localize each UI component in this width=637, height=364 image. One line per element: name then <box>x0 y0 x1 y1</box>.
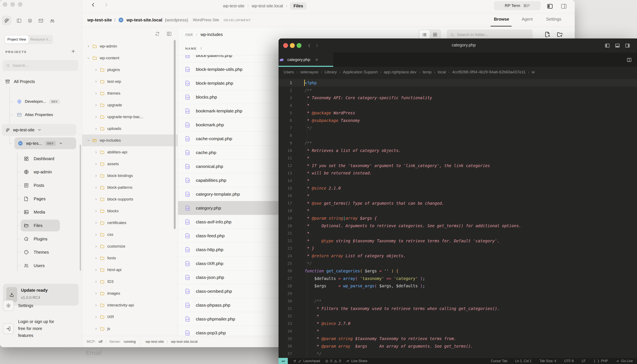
code-line-30[interactable]: 30 /** <box>278 297 637 305</box>
sidebar-scrollbar[interactable] <box>80 144 81 271</box>
sidebar-item-pages[interactable]: Pages <box>24 193 46 205</box>
code-line-15[interactable]: 15 * @since 2.1.0 <box>278 184 637 192</box>
code-line-25[interactable]: 25 */ <box>278 260 637 267</box>
breadcrumb-item-application-support[interactable]: Application Support <box>343 70 378 74</box>
tree-item-id3[interactable]: ID3 <box>82 276 178 288</box>
code-line-28[interactable]: 28 $args = wp_parse_args( $args, $defaul… <box>278 282 637 290</box>
status-item-tab-size-4[interactable]: Tab Size: 4 <box>540 359 556 363</box>
app-logo-tile[interactable] <box>2 16 11 25</box>
code-line-22[interactable]: 22 * @type string $taxonomy Taxonomy to … <box>278 237 637 245</box>
add-project-button[interactable] <box>71 49 76 55</box>
close-window-button[interactable] <box>3 2 7 7</box>
tree-item-plugins[interactable]: plugins <box>82 64 178 76</box>
code-line-1[interactable]: 1<?php <box>278 79 637 86</box>
binoculars-button[interactable] <box>50 18 55 24</box>
sidebar-item-plugins[interactable]: Plugins <box>24 233 48 245</box>
sidebar-item-wp-admin[interactable]: wp-admin <box>24 166 52 178</box>
breadcrumb-item-app-rightplace-dev[interactable]: app.rightplace.dev <box>384 70 416 74</box>
name-column-header[interactable]: NAME ↑ <box>185 46 202 51</box>
code-line-33[interactable]: 33 * @since 2.7.0 <box>278 320 637 328</box>
code-line-12[interactable]: 12 * If you set the 'taxonomy' argument … <box>278 162 637 170</box>
status-item-utf-8[interactable]: UTF-8 <box>564 359 574 363</box>
breadcrumb-item-temp[interactable]: temp <box>423 70 432 74</box>
sidebar-item-themes[interactable]: Themes <box>24 246 49 258</box>
breadcrumb-item-library[interactable]: Library <box>325 70 337 74</box>
site-project-name[interactable]: wp-test-site <box>87 18 112 22</box>
tab-category-php[interactable]: category.php <box>278 52 333 67</box>
forward-button[interactable] <box>103 2 109 8</box>
tree-item-uploads[interactable]: uploads <box>82 123 178 134</box>
panel-right-toggle[interactable] <box>560 3 567 10</box>
collapse-panel-button[interactable] <box>166 31 172 38</box>
layout-toggle-button[interactable] <box>17 18 22 24</box>
code-line-6[interactable]: 6 * @subpackage Taxonomy <box>278 117 637 124</box>
tab-browse[interactable]: Browse <box>494 17 509 22</box>
breadcrumb-item-4ccf8288-3f94-4b29-94ab-62b60a437e11[interactable]: 4ccf8288-3f94-4b29-94ab-62b60a437e11 <box>452 70 525 74</box>
sidebar-item-settings[interactable]: Settings <box>3 300 33 311</box>
back-button[interactable] <box>90 2 96 8</box>
status-breadcrumb-project[interactable]: wp-test-site <box>146 340 164 344</box>
tree-item-fonts[interactable]: fonts <box>82 252 178 264</box>
status-item-cursor-tab[interactable]: Cursor Tab <box>491 359 507 363</box>
tree-item-block-supports[interactable]: block-supports <box>82 193 178 205</box>
sidebar-item-media[interactable]: Media <box>24 206 45 218</box>
code-line-37[interactable]: 37 */ <box>278 350 637 358</box>
refresh-button[interactable] <box>155 31 160 38</box>
code-line-24[interactable]: 24 * @return array List of category obje… <box>278 252 637 260</box>
status-item-php[interactable]: { }PHP <box>594 359 608 363</box>
tree-scrollbar[interactable] <box>174 40 176 229</box>
breadcrumb-item-w[interactable]: w <box>532 70 535 74</box>
zoom-window-button[interactable] <box>18 2 23 7</box>
code-line-2[interactable]: 2/** <box>278 86 637 94</box>
new-file-button[interactable] <box>544 31 551 39</box>
split-editor-button[interactable] <box>626 57 632 64</box>
code-line-17[interactable]: 17 * @see get_terms() Type of arguments … <box>278 200 637 207</box>
sidebar-item-files[interactable]: Files <box>24 220 43 232</box>
tree-item-blocks[interactable]: blocks <box>82 205 178 217</box>
tree-item-customize[interactable]: customize <box>82 240 178 252</box>
code-line-16[interactable]: 16 * <box>278 192 637 200</box>
status-item-go-live[interactable]: Go Live <box>616 359 633 363</box>
tree-item-upgrade[interactable]: upgrade <box>82 99 178 111</box>
code-line-21[interactable]: 21 * <box>278 230 637 237</box>
tab-agent[interactable]: Agent <box>522 17 533 22</box>
tab-settings[interactable]: Settings <box>546 17 561 22</box>
code-line-36[interactable]: 36 * @param array $args An array of argu… <box>278 342 637 350</box>
code-line-23[interactable]: 23 * } <box>278 245 637 252</box>
mail-button[interactable] <box>38 18 44 24</box>
tree-item-images[interactable]: images <box>82 288 178 299</box>
toggle-secondary-sidebar-button[interactable] <box>625 43 630 49</box>
sidebar-project-wp-test-site[interactable]: wp-test-site <box>2 124 76 136</box>
code-line-5[interactable]: 5 * @package WordPress <box>278 109 637 117</box>
sidebar-item-users[interactable]: Users <box>24 260 45 272</box>
code-line-9[interactable]: 9/** <box>278 139 637 147</box>
tab-resource-view[interactable]: Resource V... <box>29 36 52 44</box>
code-line-32[interactable]: 32 * <box>278 312 637 320</box>
sidebar-item-login[interactable]: Login or sign up forfree for morefeature… <box>3 318 54 339</box>
tab-project-view[interactable]: Project View <box>5 36 29 44</box>
tree-item-test-wip[interactable]: test-wip <box>82 76 178 88</box>
status-item-launchpad[interactable]: Launchpad <box>293 359 320 363</box>
tree-item-ixr[interactable]: IXR <box>82 311 178 323</box>
grid-view-button[interactable] <box>430 30 440 39</box>
breadcrumb-item-files[interactable]: Files <box>290 2 306 10</box>
status-item-ln-1-col-1[interactable]: Ln 1, Col 1 <box>515 359 531 363</box>
breadcrumb-item-local[interactable]: local <box>438 70 446 74</box>
sidebar-site-wp-test-site-local[interactable]: W wp-tes... DEV <box>14 138 76 149</box>
tree-item-css[interactable]: css <box>82 229 178 240</box>
panel-left-toggle[interactable] <box>546 3 553 10</box>
code-line-26[interactable]: 26function get_categories( $args = '' ) … <box>278 267 637 275</box>
breadcrumb-root[interactable]: root <box>185 32 192 37</box>
tree-item-upgrade-temp-bac[interactable]: upgrade-temp-bac... <box>82 111 178 123</box>
tree-item-certificates[interactable]: certificates <box>82 217 178 229</box>
tree-item-themes[interactable]: themes <box>82 88 178 99</box>
code-line-7[interactable]: 7 */ <box>278 124 637 132</box>
status-item-live-share[interactable]: Live Share <box>346 359 368 363</box>
remote-indicator[interactable]: >< <box>278 358 288 364</box>
minimize-window-button[interactable] <box>10 2 15 7</box>
code-line-20[interactable]: 20 * Optional. Arguments to retrieve cat… <box>278 222 637 230</box>
code-line-35[interactable]: 35 * @param string $taxonomy Taxonomy to… <box>278 335 637 342</box>
sidebar-project-atlas-properties[interactable]: Atlas Properties <box>17 109 53 121</box>
server-value[interactable]: running <box>124 340 136 344</box>
code-line-10[interactable]: 10 * Retrieves a list of category object… <box>278 147 637 154</box>
